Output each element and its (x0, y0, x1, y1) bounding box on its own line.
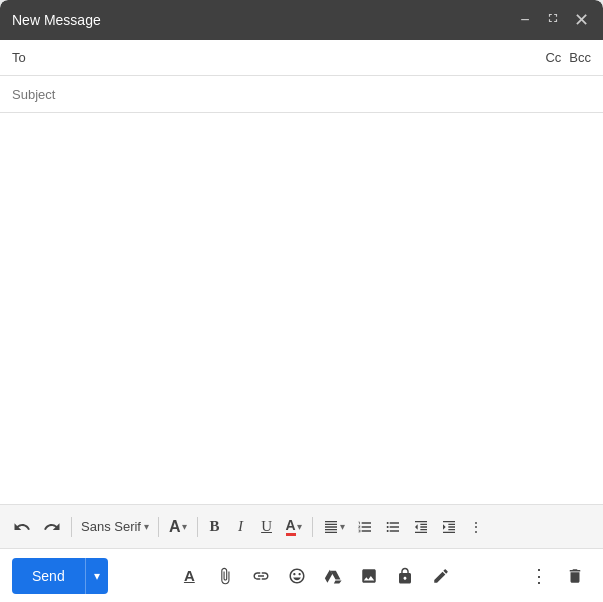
to-label: To (12, 50, 32, 65)
font-size-caret: ▾ (182, 521, 187, 532)
send-group: Send ▾ (12, 558, 108, 594)
close-icon[interactable]: ✕ (571, 10, 591, 30)
undo-button[interactable] (8, 512, 36, 542)
drive-button[interactable] (317, 560, 349, 592)
cc-link[interactable]: Cc (545, 50, 561, 65)
confidential-button[interactable] (389, 560, 421, 592)
cc-bcc-links: Cc Bcc (545, 50, 591, 65)
link-button[interactable] (245, 560, 277, 592)
font-size-icon: A (169, 518, 181, 536)
compose-fields: To Cc Bcc (0, 40, 603, 113)
indent-more-button[interactable] (436, 512, 462, 542)
discard-button[interactable] (559, 560, 591, 592)
underline-button[interactable]: U (255, 512, 279, 542)
minimize-icon[interactable]: − (515, 10, 535, 30)
toolbar-divider-3 (197, 517, 198, 537)
photo-button[interactable] (353, 560, 385, 592)
compose-window: New Message − ✕ To Cc Bcc (0, 0, 603, 602)
attach-button[interactable] (209, 560, 241, 592)
align-button[interactable]: ▾ (318, 512, 350, 542)
bcc-link[interactable]: Bcc (569, 50, 591, 65)
more-formatting-icon: ⋮ (469, 519, 483, 535)
to-input[interactable] (36, 50, 545, 65)
bottom-right: ⋮ (523, 560, 591, 592)
toolbar-divider-2 (158, 517, 159, 537)
compose-header: New Message − ✕ (0, 0, 603, 40)
header-actions: − ✕ (515, 10, 591, 30)
signature-button[interactable] (425, 560, 457, 592)
indent-less-button[interactable] (408, 512, 434, 542)
formatting-icon: A (184, 567, 195, 584)
font-name-label: Sans Serif (81, 519, 141, 534)
bottom-actions: A (173, 560, 457, 592)
subject-input[interactable] (12, 87, 591, 102)
bold-button[interactable]: B (203, 512, 227, 542)
font-family-select[interactable]: Sans Serif ▾ (77, 512, 153, 542)
redo-button[interactable] (38, 512, 66, 542)
emoji-button[interactable] (281, 560, 313, 592)
compose-bottom: Send ▾ A (0, 548, 603, 602)
formatting-button[interactable]: A (173, 560, 205, 592)
send-dropdown-icon: ▾ (94, 569, 100, 583)
compose-title: New Message (12, 12, 101, 28)
toolbar-divider-4 (312, 517, 313, 537)
italic-button[interactable]: I (229, 512, 253, 542)
to-field-row: To Cc Bcc (0, 40, 603, 76)
underline-icon: U (261, 518, 272, 535)
more-options-button[interactable]: ⋮ (523, 560, 555, 592)
bulleted-list-button[interactable] (380, 512, 406, 542)
bold-icon: B (210, 518, 220, 535)
font-caret-icon: ▾ (144, 521, 149, 532)
subject-field-row (0, 76, 603, 112)
formatting-toolbar: Sans Serif ▾ A ▾ B I U A ▾ ▾ (0, 504, 603, 548)
toolbar-divider-1 (71, 517, 72, 537)
more-options-icon: ⋮ (530, 565, 548, 587)
compose-body[interactable] (0, 113, 603, 504)
numbered-list-button[interactable] (352, 512, 378, 542)
send-dropdown-button[interactable]: ▾ (85, 558, 108, 594)
expand-icon[interactable] (543, 10, 563, 30)
text-color-button[interactable]: A ▾ (281, 512, 307, 542)
more-formatting-button[interactable]: ⋮ (464, 512, 488, 542)
italic-icon: I (238, 518, 243, 535)
font-size-button[interactable]: A ▾ (164, 512, 192, 542)
send-button[interactable]: Send (12, 558, 85, 594)
text-color-icon: A (286, 517, 296, 536)
